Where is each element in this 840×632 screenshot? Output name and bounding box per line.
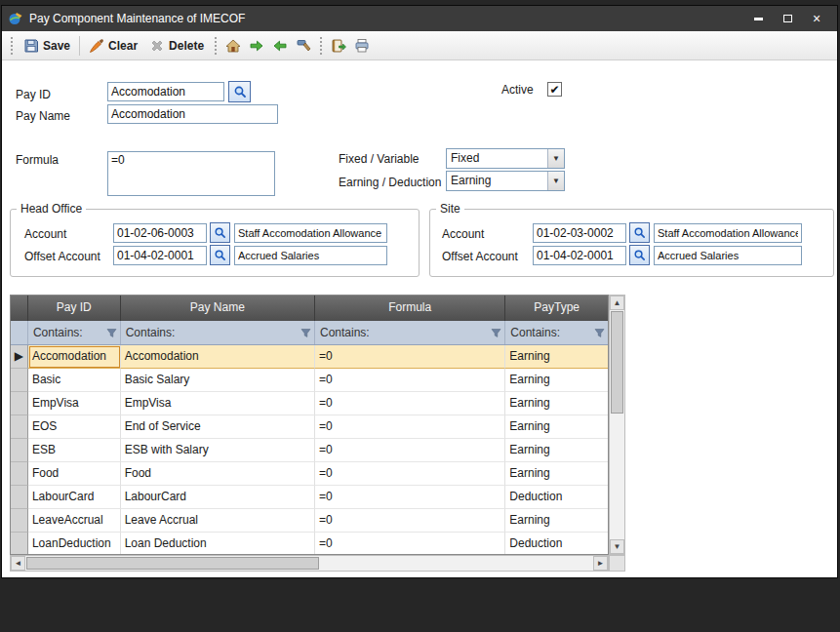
ho-account-input[interactable] [113,223,207,243]
grid-cell[interactable]: Earning [505,345,608,369]
grid-cell[interactable]: Earning [505,462,608,486]
pay-id-input[interactable] [107,82,224,101]
minimize-button[interactable] [743,8,773,29]
maximize-button[interactable] [773,8,802,29]
export-button[interactable] [327,35,350,57]
next-record-button[interactable] [245,35,268,57]
table-row[interactable]: LabourCardLabourCard=0Deduction [11,486,608,509]
row-indicator[interactable] [11,415,28,439]
grid-cell[interactable]: ESB with Salary [121,439,315,462]
table-row[interactable]: ESBESB with Salary=0Earning [11,439,608,462]
grid-cell[interactable]: =0 [315,533,505,555]
post-button[interactable] [292,35,315,57]
pay-id-search-button[interactable] [228,81,251,102]
row-indicator[interactable] [11,439,28,462]
column-header-payid[interactable]: Pay ID [28,296,121,321]
table-row[interactable]: EmpVisaEmpVisa=0Earning [11,392,608,415]
pay-name-input[interactable] [107,104,278,124]
grid-cell[interactable]: ESB [28,439,121,462]
grid-cell[interactable]: Deduction [505,533,608,555]
column-header-payname[interactable]: Pay Name [121,296,315,321]
grid-cell[interactable]: =0 [315,486,505,509]
vertical-scrollbar[interactable]: ▲ ▼ [609,295,625,555]
row-indicator[interactable] [11,369,28,392]
filter-paytype[interactable]: Contains: [505,321,608,344]
print-button[interactable] [350,35,374,57]
grid-cell[interactable]: End of Service [121,415,315,439]
active-checkbox[interactable]: ✔ [547,82,562,97]
ho-account-name-input[interactable] [234,223,387,243]
table-row[interactable]: ▶AccomodationAccomodation=0Earning [11,345,608,369]
clear-button[interactable]: Clear [83,35,143,57]
filter-payname[interactable]: Contains: [121,321,315,344]
grid-cell[interactable]: Accomodation [28,345,121,369]
horizontal-scrollbar[interactable]: ◄ ► [10,555,609,572]
row-indicator[interactable] [11,462,28,486]
home-button[interactable] [221,35,245,57]
grid-cell[interactable]: Leave Accrual [121,509,315,533]
row-indicator[interactable] [11,509,28,533]
grid-cell[interactable]: =0 [315,345,505,369]
row-indicator[interactable] [11,486,28,509]
grid-cell[interactable]: Loan Deduction [121,533,315,555]
column-header-paytype[interactable]: PayType [505,296,608,321]
horizontal-scroll-thumb[interactable] [26,557,319,570]
grid-cell[interactable]: LoanDeduction [28,533,121,555]
table-row[interactable]: LeaveAccrualLeave Accrual=0Earning [11,509,608,533]
grid-cell[interactable]: =0 [315,462,505,486]
vertical-scroll-thumb[interactable] [611,311,623,414]
grid-cell[interactable]: LabourCard [121,486,315,509]
scroll-down-icon[interactable]: ▼ [610,539,624,554]
grid-cell[interactable]: EOS [28,415,121,439]
earning-deduction-select[interactable]: Earning ▼ [446,171,565,191]
filter-payid[interactable]: Contains: [28,321,121,344]
site-account-search-button[interactable] [629,222,650,243]
site-offset-name-input[interactable] [654,246,802,265]
title-bar[interactable]: Pay Component Maintenance of IMECOF × [2,6,837,31]
table-row[interactable]: EOSEnd of Service=0Earning [11,415,608,439]
ho-account-search-button[interactable] [210,222,230,243]
ho-offset-search-button[interactable] [210,245,230,265]
scroll-right-icon[interactable]: ► [593,556,608,571]
fixed-variable-select[interactable]: Fixed ▼ [446,148,565,169]
grid-cell[interactable]: =0 [315,369,505,392]
grid-cell[interactable]: LabourCard [28,486,121,509]
grid-cell[interactable]: LeaveAccrual [28,509,121,533]
site-account-input[interactable] [533,223,626,243]
grid-cell[interactable]: Earning [505,369,608,392]
scroll-left-icon[interactable]: ◄ [11,556,25,571]
previous-record-button[interactable] [268,35,292,57]
grid-cell[interactable]: EmpVisa [28,392,121,415]
table-row[interactable]: LoanDeductionLoan Deduction=0Deduction [11,533,608,555]
grid-cell[interactable]: =0 [315,392,505,415]
grid-cell[interactable]: Earning [505,509,608,533]
grid-cell[interactable]: Deduction [505,486,608,509]
table-row[interactable]: FoodFood=0Earning [11,462,608,486]
row-indicator[interactable] [11,392,28,415]
formula-input[interactable]: =0 [107,151,275,196]
table-row[interactable]: BasicBasic Salary=0Earning [11,369,608,392]
scroll-up-icon[interactable]: ▲ [610,296,624,310]
ho-offset-name-input[interactable] [234,246,387,265]
close-button[interactable]: × [802,8,831,29]
grid-cell[interactable]: Basic Salary [121,369,315,392]
ho-offset-input[interactable] [113,246,207,265]
grid-cell[interactable]: Food [121,462,315,486]
grid-cell[interactable]: Food [28,462,121,486]
grid-cell[interactable]: EmpVisa [121,392,315,415]
grid-cell[interactable]: =0 [315,509,505,533]
row-indicator[interactable]: ▶ [11,345,28,369]
grid-cell[interactable]: Earning [505,439,608,462]
save-button[interactable]: Save [18,35,76,57]
grid-cell[interactable]: Earning [505,392,608,415]
site-account-name-input[interactable] [654,223,802,243]
grid-cell[interactable]: Basic [28,369,121,392]
grid-cell[interactable]: =0 [315,439,505,462]
site-offset-search-button[interactable] [629,245,650,265]
filter-formula[interactable]: Contains: [315,321,505,344]
grid-cell[interactable]: Earning [505,415,608,439]
grid-cell[interactable]: =0 [315,415,505,439]
column-header-formula[interactable]: Formula [315,296,505,321]
site-offset-input[interactable] [533,246,626,265]
delete-button[interactable]: Delete [143,35,210,57]
